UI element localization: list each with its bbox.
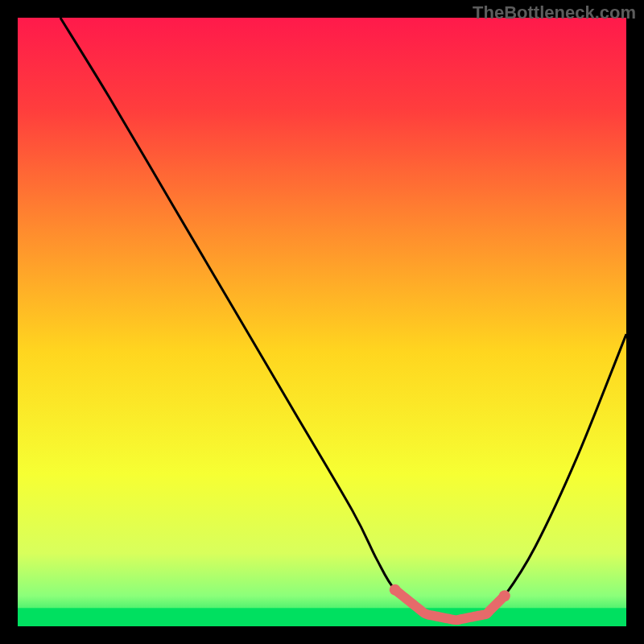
gradient-background xyxy=(18,18,626,626)
green-band xyxy=(18,608,626,626)
optimum-range-endpoint xyxy=(499,590,510,601)
chart-svg xyxy=(18,18,626,626)
chart-container: TheBottleneck.com xyxy=(0,0,644,644)
watermark-text: TheBottleneck.com xyxy=(473,2,636,23)
plot-area xyxy=(18,18,626,626)
optimum-range-endpoint xyxy=(390,584,401,596)
